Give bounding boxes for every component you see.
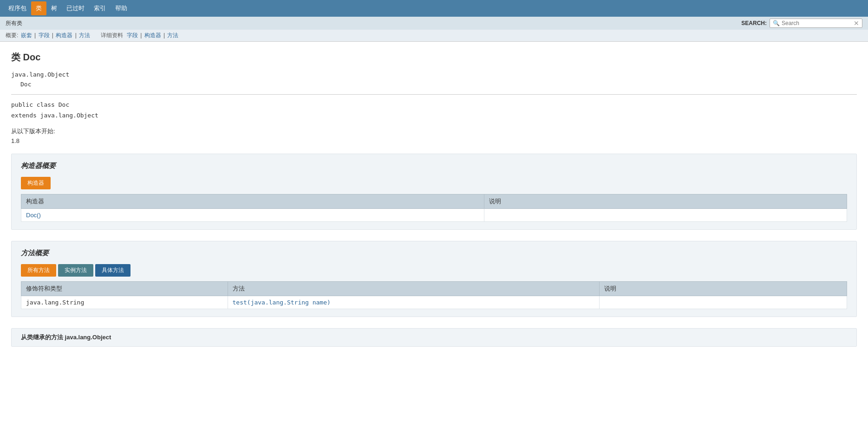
separator5: | (163, 32, 165, 39)
constructor-desc-cell (484, 209, 847, 222)
search-clear-button[interactable]: ✕ (854, 20, 859, 26)
search-input[interactable] (782, 20, 854, 26)
constructor-name-cell: Doc() (21, 209, 484, 222)
method-desc-header: 说明 (599, 282, 847, 296)
method-tab-bar: 所有方法 实例方法 具体方法 (21, 264, 847, 277)
detail-link-constructor[interactable]: 构造器 (144, 32, 161, 39)
nav-item-deprecated[interactable]: 已过时 (62, 1, 89, 15)
since-label: 从以下版本开始: (11, 127, 857, 136)
separator3: | (75, 32, 77, 39)
nav-item-tree[interactable]: 树 (46, 1, 62, 15)
method-modifier-cell: java.lang.String (21, 296, 228, 309)
nav-item-index[interactable]: 索引 (89, 1, 111, 15)
constructor-desc-header: 说明 (484, 194, 847, 209)
quicklink-nested[interactable]: 嵌套 (21, 32, 32, 39)
concrete-methods-tab[interactable]: 具体方法 (95, 264, 131, 277)
method-desc-cell (599, 296, 847, 309)
inheritance-class: Doc (20, 80, 857, 90)
nav-item-help[interactable]: 帮助 (111, 1, 132, 15)
quicklinks-bar: 概要: 嵌套 | 字段 | 构造器 | 方法 详细资料 字段 | 构造器 | 方… (0, 30, 868, 42)
method-name-cell: test(java.lang.String name) (228, 296, 599, 309)
inherit-label: 从类继承的方法 java.lang.Object (21, 334, 111, 341)
constructor-link[interactable]: Doc() (26, 212, 41, 219)
quicklink-method[interactable]: 方法 (79, 32, 90, 39)
nav-item-package[interactable]: 程序包 (4, 1, 31, 15)
inherit-section: 从类继承的方法 java.lang.Object (11, 328, 857, 347)
summary-label: 概要: (6, 32, 18, 39)
detail-link-field[interactable]: 字段 (127, 32, 138, 39)
separator1: | (34, 32, 36, 39)
class-signature: public class Doc extends java.lang.Objec… (11, 99, 857, 121)
quicklink-field[interactable]: 字段 (39, 32, 50, 39)
detail-link-method[interactable]: 方法 (167, 32, 178, 39)
method-name-header: 方法 (228, 282, 599, 296)
all-methods-tab[interactable]: 所有方法 (21, 264, 56, 277)
constructor-summary-section: 构造器概要 构造器 构造器 说明 Doc() (11, 154, 857, 230)
method-modifier-header: 修饰符和类型 (21, 282, 228, 296)
nav-item-class[interactable]: 类 (31, 1, 46, 15)
signature-line1: public class Doc (11, 99, 857, 110)
constructor-table: 构造器 说明 Doc() (21, 194, 847, 222)
method-name-code: test(java.lang.String name) (233, 299, 331, 306)
top-nav: 程序包 类 树 已过时 索引 帮助 (0, 0, 868, 17)
main-content: 类 Doc java.lang.Object Doc public class … (0, 42, 868, 356)
search-icon: 🔍 (773, 20, 780, 26)
search-box: 🔍 ✕ (770, 19, 862, 28)
method-modifier-code: java.lang.String (26, 299, 84, 306)
instance-methods-tab[interactable]: 实例方法 (58, 264, 93, 277)
constructor-tab-button[interactable]: 构造器 (21, 177, 51, 189)
table-row: Doc() (21, 209, 847, 222)
table-row: java.lang.String test(java.lang.String n… (21, 296, 847, 309)
class-title: 类 Doc (11, 51, 857, 64)
separator2: | (52, 32, 53, 39)
constructor-col-header: 构造器 (21, 194, 484, 209)
separator4: | (140, 32, 142, 39)
constructor-tab-bar: 构造器 (21, 177, 847, 189)
method-summary-title: 方法概要 (21, 249, 847, 258)
class-divider (11, 94, 857, 95)
inheritance-parent: java.lang.Object (11, 70, 857, 80)
since-value: 1.8 (11, 137, 857, 144)
quicklink-constructor[interactable]: 构造器 (56, 32, 72, 39)
constructor-summary-title: 构造器概要 (21, 162, 847, 170)
sub-header: 所有类 SEARCH: 🔍 ✕ (0, 17, 868, 30)
signature-line2: extends java.lang.Object (11, 110, 857, 121)
all-classes-label: 所有类 (6, 20, 22, 26)
method-table: 修饰符和类型 方法 说明 java.lang.String test(java.… (21, 281, 847, 309)
inheritance-block: java.lang.Object Doc (11, 70, 857, 90)
method-table-header-row: 修饰符和类型 方法 说明 (21, 282, 847, 296)
method-link[interactable]: test(java.lang.String name) (233, 299, 331, 306)
constructor-table-header-row: 构造器 说明 (21, 194, 847, 209)
method-summary-section: 方法概要 所有方法 实例方法 具体方法 修饰符和类型 方法 说明 java.la… (11, 241, 857, 317)
detail-label: 详细资料 (101, 32, 123, 39)
search-label: SEARCH: (741, 20, 767, 26)
